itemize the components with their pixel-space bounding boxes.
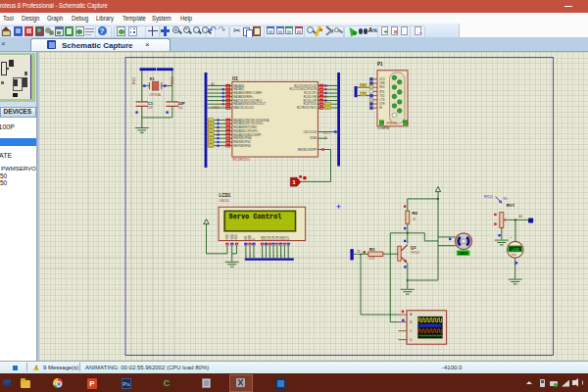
svg-text:OSC1: OSC1 [132, 76, 136, 84]
svg-text:LM016L: LM016L [220, 199, 230, 203]
svg-text:RA3/AN3/VREF+: RA3/AN3/VREF+ [233, 95, 253, 99]
svg-text:OSC1: OSC1 [322, 131, 330, 135]
svg-text:8%: 8% [504, 197, 508, 201]
svg-text:RB7/KBI3/PGD: RB7/KBI3/PGD [233, 144, 251, 148]
svg-text:RB5/KBI1/PGM: RB5/KBI1/PGM [233, 136, 251, 140]
svg-text:RS: RS [245, 254, 247, 258]
svg-text:RE3/MCLR/VPP: RE3/MCLR/VPP [298, 148, 317, 152]
svg-text:DSR: DSR [379, 81, 385, 85]
svg-text:+2.50: +2.50 [512, 248, 519, 252]
svg-text:VUSB: VUSB [310, 136, 317, 140]
svg-text:RA5/AN4/SS/LVDIN/C2OUT: RA5/AN4/SS/LVDIN/C2OUT [233, 102, 266, 106]
svg-text:RB0/AN12/INT0/FLT0/SDI/SDA: RB0/AN12/INT0/FLT0/SDI/SDA [233, 119, 270, 122]
svg-text:RB2/AN8/INT2/VMO: RB2/AN8/INT2/VMO [233, 125, 257, 129]
svg-text:RXD: RXD [379, 85, 385, 89]
svg-text:OSC2: OSC2 [212, 106, 220, 110]
svg-text:4.7K: 4.7K [369, 257, 375, 261]
svg-text:LCD1: LCD1 [220, 193, 231, 198]
svg-text:RC5/D+/VP: RC5/D+/VP [304, 99, 318, 103]
svg-text:RA1/AN1: RA1/AN1 [233, 87, 244, 91]
svg-text:RA6/OSC2/CLKO: RA6/OSC2/CLKO [233, 106, 254, 110]
svg-text:CTS: CTS [379, 98, 384, 102]
svg-text:DTR: DTR [379, 102, 384, 106]
svg-text:VDD: VDD [230, 234, 234, 240]
svg-text:CK: CK [357, 250, 361, 254]
svg-text:B: B [410, 320, 412, 324]
svg-text:RC7/RX/DT/SDO: RC7/RX/DT/SDO [297, 106, 317, 110]
svg-text:TIP122: TIP122 [411, 251, 419, 255]
svg-text:A: A [410, 313, 412, 317]
svg-text:VSS: VSS [225, 234, 229, 240]
svg-text:X1: X1 [150, 76, 156, 81]
svg-text:R2: R2 [412, 211, 417, 216]
svg-text:OSC1/CLKI: OSC1/CLKI [303, 130, 317, 134]
svg-text:E: E [252, 238, 256, 240]
svg-text:22P: 22P [148, 106, 153, 110]
svg-text:-: - [511, 260, 512, 264]
svg-text:Volts: Volts [512, 253, 517, 257]
svg-text:A0: A0 [211, 82, 215, 86]
svg-text:TX: TX [326, 103, 329, 106]
svg-text:RC6/TX/CK: RC6/TX/CK [303, 102, 317, 106]
svg-text:Q1: Q1 [411, 245, 416, 250]
svg-text:RX: RX [326, 107, 330, 110]
svg-text:+: + [510, 235, 512, 239]
svg-text:RA0/AN0: RA0/AN0 [233, 84, 244, 88]
svg-text:RC4/D-/VM: RC4/D-/VM [304, 95, 317, 99]
svg-text:DCD: DCD [379, 77, 385, 81]
svg-text:RB4/AN11/KBI0/CSSPP: RB4/AN11/KBI0/CSSPP [233, 133, 261, 137]
svg-text:RX: RX [362, 84, 366, 88]
svg-text:COMPIM: COMPIM [377, 126, 390, 130]
svg-text:CRYSTAL: CRYSTAL [149, 93, 162, 97]
svg-text:RC0/T1OSO/T1CKI: RC0/T1OSO/T1CKI [294, 84, 317, 88]
svg-text:RA4/T0CKI/C1OUT/RCV: RA4/T0CKI/C1OUT/RCV [233, 99, 262, 103]
svg-text:+88.0: +88.0 [460, 252, 467, 256]
svg-text:1K: 1K [413, 218, 416, 221]
svg-text:10p: 10p [178, 106, 183, 110]
svg-text:OSC2: OSC2 [171, 76, 174, 84]
svg-text:P1: P1 [377, 62, 383, 67]
svg-text:RV1(2): RV1(2) [484, 195, 493, 199]
svg-text:ERROR: ERROR [387, 122, 397, 125]
svg-text:RI: RI [379, 106, 382, 110]
svg-text:RA2/AN2/VREF-/CVREF: RA2/AN2/VREF-/CVREF [233, 91, 262, 95]
svg-text:Servo Control: Servo Control [229, 214, 282, 220]
svg-text:RB3/AN9/CCP2/VPO: RB3/AN9/CCP2/VPO [233, 129, 258, 133]
svg-text:PIC18F2550: PIC18F2550 [233, 158, 250, 162]
svg-text:TX: TX [362, 92, 366, 96]
svg-text:VEE: VEE [235, 234, 239, 240]
svg-text:RC2/CCP1: RC2/CCP1 [304, 91, 317, 95]
svg-text:RTS: RTS [379, 90, 384, 94]
svg-text:TXD: TXD [379, 94, 384, 98]
svg-text:A0: A0 [518, 215, 522, 219]
svg-text:RC1/T1OSI/CCP2/UOE: RC1/T1OSI/CCP2/UOE [290, 87, 318, 91]
svg-text:D7: D7 [286, 236, 290, 240]
svg-text:U1: U1 [232, 76, 238, 81]
svg-text:RV1: RV1 [507, 203, 515, 208]
svg-text:RB6/KBI2/PGC: RB6/KBI2/PGC [233, 140, 251, 144]
svg-text:R1: R1 [369, 247, 375, 252]
svg-text:RB1/AN10/INT1/SCK/SCL: RB1/AN10/INT1/SCK/SCL [233, 122, 264, 125]
svg-text:1: 1 [292, 178, 296, 185]
